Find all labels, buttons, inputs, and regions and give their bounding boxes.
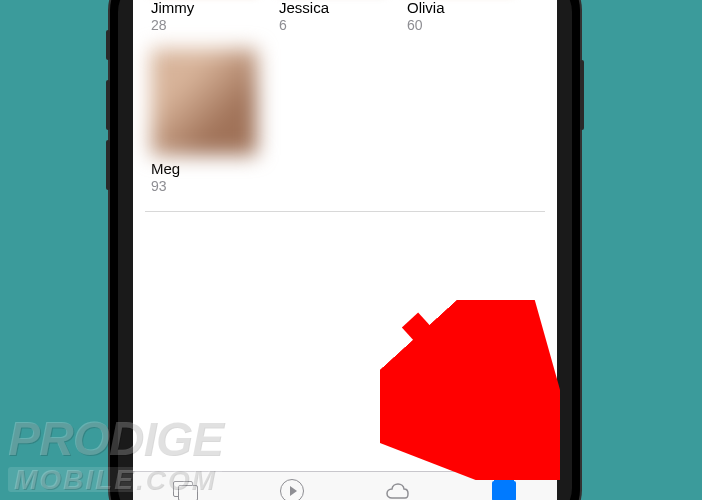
volume-up-button xyxy=(106,80,110,130)
cloud-icon xyxy=(384,479,412,501)
person-name: Jimmy xyxy=(151,0,257,17)
power-button xyxy=(580,60,584,130)
person-count: 93 xyxy=(151,178,257,195)
albums-icon xyxy=(490,479,518,501)
mute-switch xyxy=(106,30,110,60)
person-name: Jessica xyxy=(279,0,385,17)
person-thumbnail xyxy=(151,49,257,155)
tab-souvenirs[interactable]: Souvenirs xyxy=(239,472,345,500)
person-count: 60 xyxy=(407,17,513,34)
volume-down-button xyxy=(106,140,110,190)
person-item[interactable]: Jessica 6 xyxy=(279,0,385,33)
phone-bezel: Jimmy 28 Jessica 6 Olivia 60 xyxy=(118,0,572,500)
section-divider xyxy=(145,211,545,212)
person-item[interactable]: Jimmy 28 xyxy=(151,0,257,33)
people-row-1: Jimmy 28 Jessica 6 Olivia 60 xyxy=(145,0,545,43)
tab-shared[interactable]: Partagés xyxy=(345,472,451,500)
person-name: Olivia xyxy=(407,0,513,17)
phone-frame: Jimmy 28 Jessica 6 Olivia 60 xyxy=(110,0,580,500)
tab-bar: Photos Souvenirs Partagés xyxy=(133,471,557,500)
person-count: 6 xyxy=(279,17,385,34)
tab-photos[interactable]: Photos xyxy=(133,472,239,500)
tab-albums[interactable]: Albums xyxy=(451,472,557,500)
person-count: 28 xyxy=(151,17,257,34)
person-name: Meg xyxy=(151,161,257,178)
people-row-2: Meg 93 xyxy=(145,43,545,204)
photos-icon xyxy=(172,479,200,501)
people-album-content[interactable]: Jimmy 28 Jessica 6 Olivia 60 xyxy=(133,0,557,471)
person-item[interactable]: Meg 93 xyxy=(151,49,257,194)
person-item[interactable]: Olivia 60 xyxy=(407,0,513,33)
clock-play-icon xyxy=(278,479,306,501)
screen: Jimmy 28 Jessica 6 Olivia 60 xyxy=(133,0,557,500)
